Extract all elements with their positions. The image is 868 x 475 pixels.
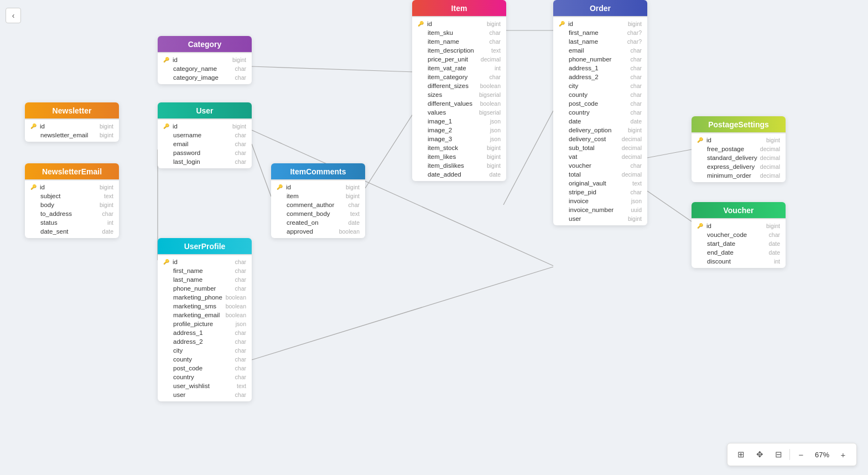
table-row: citychar	[158, 346, 252, 355]
field-name: phone_number	[569, 56, 628, 63]
field-type: char	[235, 74, 246, 81]
table-row: usernamechar	[158, 131, 252, 140]
table-row: first_namechar?	[553, 28, 647, 37]
field-name: email	[173, 141, 233, 147]
table-row: end_datedate	[692, 248, 786, 257]
back-button[interactable]: ‹	[6, 8, 21, 23]
pan-btn[interactable]: ✥	[752, 447, 767, 462]
field-type: char	[631, 82, 642, 89]
field-type: char	[235, 267, 246, 274]
field-name: item_stock	[428, 144, 485, 151]
field-name: stripe_pid	[569, 189, 628, 195]
table-row: delivery_costdecimal	[553, 135, 647, 143]
pk-icon: 🔑	[697, 223, 703, 229]
field-type: date	[769, 249, 780, 256]
field-name: county	[569, 91, 628, 98]
field-name: express_delivery	[707, 163, 758, 170]
field-name: different_sizes	[428, 82, 478, 89]
field-name: item_category	[428, 74, 487, 80]
field-name: id	[173, 56, 230, 63]
field-type: bigint	[487, 153, 501, 160]
field-type: bigint	[766, 223, 780, 229]
svg-line-0	[252, 66, 415, 72]
table-row: vatdecimal	[553, 152, 647, 161]
field-name: image_1	[428, 118, 488, 125]
table-row: last_namechar	[158, 275, 252, 284]
table-row: 🔑idchar	[158, 257, 252, 266]
field-type: char	[235, 132, 246, 138]
field-name: status	[40, 219, 105, 226]
field-name: last_name	[569, 38, 625, 45]
table-row: standard_deliverydecimal	[692, 153, 786, 162]
field-type: bigint	[232, 56, 246, 63]
field-name: end_date	[707, 249, 767, 256]
svg-line-2	[252, 144, 271, 197]
table-newsletter: Newsletter🔑idbigintnewsletter_emailbigin…	[25, 102, 119, 142]
field-name: id	[568, 20, 626, 27]
table-header-newsletter: Newsletter	[25, 102, 119, 120]
table-row: item_descriptiontext	[412, 46, 506, 55]
field-type: decimal	[622, 136, 642, 142]
field-type: bigint	[628, 127, 642, 133]
field-type: bigint	[487, 144, 501, 151]
table-row: address_1char	[553, 64, 647, 73]
field-type: bigint	[100, 132, 113, 138]
field-type: json	[490, 118, 501, 125]
field-type: date	[349, 219, 360, 226]
field-type: char	[235, 276, 246, 283]
field-name: country	[569, 109, 628, 116]
table-row: address_2char	[553, 73, 647, 81]
table-row: itembigint	[271, 192, 365, 200]
field-type: bigint	[628, 215, 642, 222]
svg-line-7	[647, 191, 692, 221]
table-row: delivery_optionbigint	[553, 126, 647, 135]
field-type: char	[631, 162, 642, 169]
table-row: post_codechar	[553, 99, 647, 108]
table-header-voucher: Voucher	[692, 202, 786, 219]
field-name: sub_total	[569, 144, 620, 151]
field-type: json	[631, 198, 642, 204]
field-type: decimal	[760, 163, 780, 170]
field-name: minimum_order	[707, 172, 758, 179]
layout-btn[interactable]: ⊞	[733, 447, 749, 462]
table-row: 🔑idbigint	[25, 122, 119, 131]
field-type: char	[631, 109, 642, 116]
field-name: category_name	[173, 65, 233, 72]
zoom-in-btn[interactable]: +	[835, 447, 851, 462]
field-name: item_sku	[428, 29, 487, 36]
field-type: bigint	[100, 123, 113, 130]
table-item_comments: ItemComments🔑idbigintitembigintcomment_a…	[271, 163, 365, 238]
field-type: char	[235, 259, 246, 265]
field-name: id	[706, 223, 764, 229]
table-row: bodybigint	[25, 200, 119, 209]
field-name: start_date	[707, 240, 767, 247]
field-name: delivery_cost	[569, 136, 620, 142]
table-row: emailchar	[158, 140, 252, 148]
grid-btn[interactable]: ⊟	[771, 447, 786, 462]
table-row: 🔑idbigint	[553, 19, 647, 28]
field-name: id	[40, 123, 97, 130]
field-name: address_1	[569, 65, 628, 71]
field-type: char	[631, 65, 642, 71]
table-row: created_ondate	[271, 218, 365, 227]
field-type: bigint	[628, 20, 642, 27]
table-row: image_3json	[412, 135, 506, 143]
table-row: post_codechar	[158, 364, 252, 373]
field-type: char	[235, 65, 246, 72]
field-name: vat	[569, 153, 620, 160]
table-row: voucherchar	[553, 161, 647, 170]
table-header-item_comments: ItemComments	[271, 163, 365, 180]
field-name: county	[173, 356, 233, 363]
table-row: countrychar	[553, 108, 647, 117]
field-name: category_image	[173, 74, 233, 81]
table-row: marketing_smsboolean	[158, 302, 252, 311]
table-row: 🔑idbigint	[158, 55, 252, 64]
field-type: date	[631, 118, 642, 125]
zoom-out-btn[interactable]: −	[793, 447, 809, 462]
table-row: last_loginchar	[158, 157, 252, 166]
table-row: item_likesbigint	[412, 152, 506, 161]
field-name: image_2	[428, 127, 488, 133]
field-name: marketing_phone	[173, 294, 224, 301]
field-type: bigint	[232, 123, 246, 130]
table-row: item_skuchar	[412, 28, 506, 37]
